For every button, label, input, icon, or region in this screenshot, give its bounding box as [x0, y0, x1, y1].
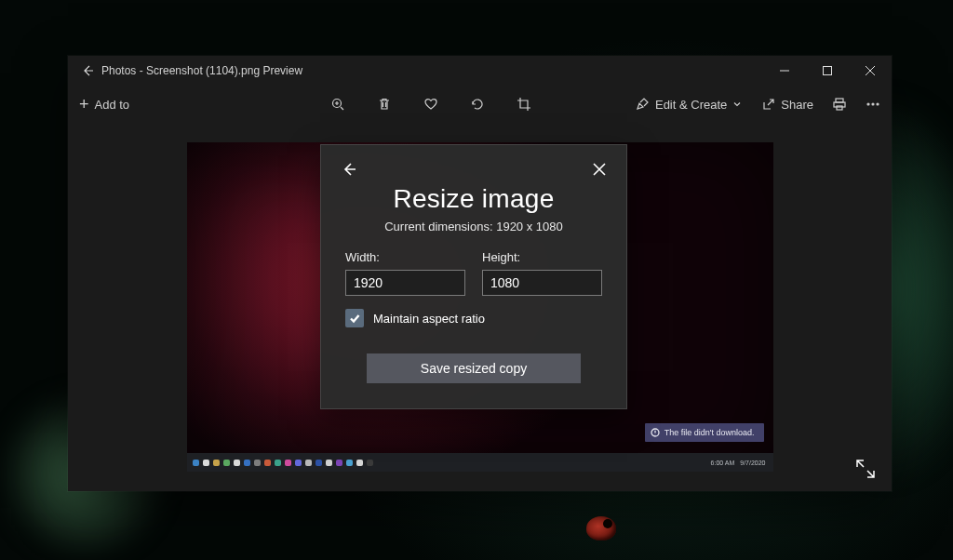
svg-point-6	[872, 103, 874, 105]
more-button[interactable]	[866, 97, 880, 112]
tray-time: 6:00 AM	[711, 460, 735, 466]
delete-button[interactable]	[377, 97, 392, 112]
svg-rect-0	[824, 67, 832, 75]
zoom-button[interactable]	[330, 97, 345, 112]
maintain-aspect-label: Maintain aspect ratio	[373, 312, 485, 326]
titlebar: Photos - Screenshot (1104).png Preview	[68, 56, 892, 86]
tray-date: 9/7/2020	[740, 460, 765, 466]
fullscreen-button[interactable]	[852, 456, 879, 482]
close-button[interactable]	[849, 56, 892, 86]
crop-button[interactable]	[517, 97, 531, 112]
add-to-label: Add to	[95, 98, 130, 112]
dialog-close-button[interactable]	[591, 161, 608, 178]
minimize-button[interactable]	[763, 56, 806, 86]
maximize-button[interactable]	[806, 56, 849, 86]
save-resized-copy-button[interactable]: Save resized copy	[367, 353, 581, 383]
dialog-subtitle: Current dimensions: 1920 x 1080	[340, 220, 608, 233]
toast-text: The file didn't download.	[664, 428, 755, 437]
back-button[interactable]	[74, 63, 101, 78]
height-label: Height:	[482, 250, 602, 264]
width-label: Width:	[345, 250, 465, 264]
plus-icon: +	[79, 96, 89, 113]
dialog-title: Resize image	[340, 184, 608, 214]
embedded-taskbar: 6:00 AM 9/7/2020	[187, 453, 773, 472]
download-failed-toast[interactable]: The file didn't download.	[645, 423, 764, 442]
svg-rect-4	[837, 106, 842, 110]
chevron-down-icon	[732, 100, 742, 109]
resize-dialog: Resize image Current dimensions: 1920 x …	[320, 144, 627, 409]
toolbar: + Add to Edit & Create Share	[68, 86, 892, 123]
window-title: Photos - Screenshot (1104).png Preview	[101, 64, 763, 77]
svg-point-7	[877, 103, 879, 105]
svg-point-5	[867, 103, 869, 105]
favorite-button[interactable]	[423, 97, 438, 112]
width-input[interactable]	[345, 270, 465, 296]
add-to-button[interactable]: + Add to	[79, 96, 129, 113]
share-label: Share	[781, 98, 813, 112]
edit-create-button[interactable]: Edit & Create	[635, 97, 742, 112]
dialog-back-button[interactable]	[340, 160, 358, 179]
print-button[interactable]	[832, 97, 847, 112]
maintain-aspect-checkbox[interactable]	[345, 309, 364, 327]
edit-create-label: Edit & Create	[655, 98, 727, 112]
share-button[interactable]: Share	[760, 97, 813, 112]
check-icon	[348, 312, 361, 325]
rotate-button[interactable]	[470, 97, 485, 112]
decorative-ladybug	[586, 516, 616, 540]
height-input[interactable]	[482, 270, 602, 296]
